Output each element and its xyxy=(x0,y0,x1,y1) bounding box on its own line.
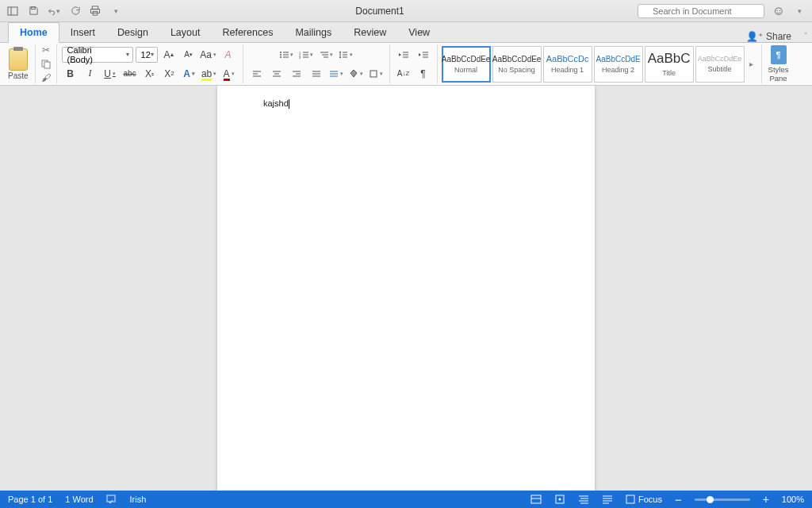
shading-icon[interactable] xyxy=(347,66,365,82)
font-size-combo[interactable]: 12 xyxy=(136,47,158,63)
svg-rect-3 xyxy=(92,6,98,10)
document-text[interactable]: kajshd xyxy=(263,98,289,108)
zoom-percent[interactable]: 100% xyxy=(782,495,804,504)
tab-review[interactable]: Review xyxy=(343,23,397,42)
decrease-indent-icon[interactable] xyxy=(395,47,412,63)
zoom-in[interactable]: + xyxy=(763,493,769,506)
sidebar-toggle-icon[interactable] xyxy=(6,5,19,17)
undo-icon[interactable]: ▾ xyxy=(48,5,60,17)
svg-point-12 xyxy=(280,56,282,58)
clear-formatting-icon[interactable]: A xyxy=(220,47,237,63)
styles-more-icon[interactable]: ▸ xyxy=(745,60,758,68)
align-left-icon[interactable] xyxy=(248,66,266,82)
quick-access-toolbar: ▾ ▾ xyxy=(6,5,122,17)
statusbar: Page 1 of 1 1 Word Irish Focus − + 100% xyxy=(0,491,812,508)
reading-view-icon[interactable] xyxy=(602,495,613,504)
spellcheck-icon[interactable] xyxy=(106,495,117,504)
style-normal[interactable]: AaBbCcDdEeNormal xyxy=(442,46,491,83)
focus-mode[interactable]: Focus xyxy=(626,495,662,504)
zoom-thumb[interactable] xyxy=(707,496,714,503)
tab-references[interactable]: References xyxy=(211,23,284,42)
bullets-icon[interactable] xyxy=(278,47,295,63)
document-canvas[interactable]: kajshd xyxy=(0,86,812,491)
print-icon[interactable] xyxy=(89,5,102,17)
italic-button[interactable]: I xyxy=(82,66,99,82)
feedback-smiley-icon[interactable]: ☺ xyxy=(772,5,785,17)
distributed-icon[interactable] xyxy=(327,66,345,82)
numbering-icon[interactable]: 123 xyxy=(297,47,315,63)
svg-rect-0 xyxy=(8,7,17,15)
share-button[interactable]: 👤⁺Share xyxy=(746,31,799,42)
copy-icon[interactable] xyxy=(40,59,52,69)
save-icon[interactable] xyxy=(27,5,40,17)
line-spacing-icon[interactable] xyxy=(337,47,354,63)
collapse-ribbon-icon[interactable]: ˄ xyxy=(799,29,812,42)
style-title[interactable]: AaBbCTitle xyxy=(645,46,694,83)
indent-group: A↓Z ¶ xyxy=(390,44,438,83)
text-effects-icon[interactable]: A xyxy=(181,66,198,82)
ribbon-tabs: Home Insert Design Layout References Mai… xyxy=(0,22,812,43)
language-status[interactable]: Irish xyxy=(130,495,147,504)
font-name-combo[interactable]: Calibri (Body) xyxy=(62,47,133,63)
paste-label: Paste xyxy=(8,71,29,80)
search-wrap: 🔍 xyxy=(638,3,764,18)
customize-qat-icon[interactable]: ▾ xyxy=(109,5,122,17)
svg-rect-48 xyxy=(107,495,115,502)
styles-pane-group: ¶ StylesPane xyxy=(762,44,795,83)
borders-icon[interactable] xyxy=(367,66,385,82)
tab-mailings[interactable]: Mailings xyxy=(284,23,343,42)
style-no-spacing[interactable]: AaBbCcDdEeNo Spacing xyxy=(492,46,542,83)
paste-icon[interactable] xyxy=(9,48,28,71)
svg-rect-4 xyxy=(90,10,99,13)
document-page[interactable]: kajshd xyxy=(217,86,595,491)
change-case-icon[interactable]: Aa xyxy=(200,47,217,63)
font-color-icon[interactable]: A xyxy=(220,66,238,82)
svg-rect-2 xyxy=(31,7,35,10)
show-marks-icon[interactable]: ¶ xyxy=(415,66,432,82)
styles-pane-icon[interactable]: ¶ xyxy=(771,45,787,64)
cut-icon[interactable]: ✂ xyxy=(40,44,52,56)
style-heading-2[interactable]: AaBbCcDdEHeading 2 xyxy=(594,46,643,83)
superscript-button[interactable]: X2 xyxy=(161,66,178,82)
page-info[interactable]: Page 1 of 1 xyxy=(8,495,52,504)
subscript-button[interactable]: X₂ xyxy=(141,66,159,82)
tab-home[interactable]: Home xyxy=(8,22,59,43)
help-dropdown-icon[interactable]: ▾ xyxy=(793,5,806,17)
display-settings-icon[interactable] xyxy=(578,495,589,504)
svg-point-10 xyxy=(280,54,282,56)
tab-layout[interactable]: Layout xyxy=(159,23,212,42)
strikethrough-button[interactable]: abc xyxy=(121,66,139,82)
sort-icon[interactable]: A↓Z xyxy=(395,66,412,82)
word-count[interactable]: 1 Word xyxy=(65,495,93,504)
svg-rect-41 xyxy=(370,71,377,77)
tab-insert[interactable]: Insert xyxy=(59,23,106,42)
document-title: Document1 xyxy=(122,6,638,17)
macro-icon[interactable] xyxy=(554,494,565,505)
bold-button[interactable]: B xyxy=(62,66,79,82)
redo-icon[interactable] xyxy=(68,5,81,17)
titlebar: ▾ ▾ Document1 🔍 ☺ ▾ xyxy=(0,0,812,22)
format-painter-icon[interactable]: 🖌 xyxy=(40,72,52,83)
align-center-icon[interactable] xyxy=(268,66,285,82)
multilevel-list-icon[interactable] xyxy=(317,47,335,63)
search-input[interactable] xyxy=(638,4,764,18)
clipboard-group: Paste xyxy=(5,44,36,83)
svg-point-8 xyxy=(280,52,282,53)
tab-design[interactable]: Design xyxy=(106,23,159,42)
justify-icon[interactable] xyxy=(308,66,325,82)
styles-pane-label: StylesPane xyxy=(768,66,789,83)
decrease-font-icon[interactable]: A▾ xyxy=(180,47,197,63)
font-group: Calibri (Body) 12 A▴ A▾ Aa A B I U abc X… xyxy=(57,44,243,83)
zoom-slider[interactable] xyxy=(695,498,750,501)
align-right-icon[interactable] xyxy=(288,66,305,82)
underline-button[interactable]: U xyxy=(102,66,119,82)
highlight-icon[interactable]: ab xyxy=(201,66,218,82)
zoom-out[interactable]: − xyxy=(675,493,682,506)
svg-rect-7 xyxy=(44,62,50,68)
increase-indent-icon[interactable] xyxy=(415,47,432,63)
style-subtitle[interactable]: AaBbCcDdEeSubtitle xyxy=(695,46,745,83)
style-heading-1[interactable]: AaBbCcDcHeading 1 xyxy=(543,46,592,83)
accessibility-icon[interactable] xyxy=(530,494,542,505)
increase-font-icon[interactable]: A▴ xyxy=(160,47,178,63)
tab-view[interactable]: View xyxy=(397,23,441,42)
